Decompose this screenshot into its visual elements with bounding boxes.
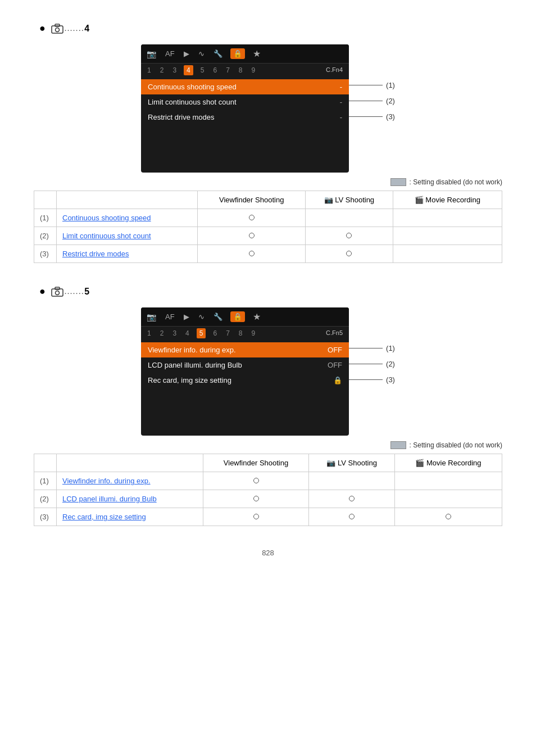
num-9: 9 xyxy=(250,65,257,75)
cfn4-camera-menu: 📷 AF ▶ ∿ 🔧 🔒 ★ 1 2 3 4 5 6 7 8 9 C.Fn4 xyxy=(141,44,349,173)
ann5-num-1: (1) xyxy=(386,344,395,352)
table5-row-3: (3) Rec card, img size setting xyxy=(34,508,502,526)
menu-numbers-row-5: 1 2 3 4 5 6 7 8 9 C.Fn5 xyxy=(141,327,349,340)
bullet-icon-5: ● xyxy=(39,286,46,297)
menu-items-cfn5: Viewfinder info. during exp. OFF LCD pan… xyxy=(141,340,349,436)
row5-2-link[interactable]: LCD panel illumi. during Bulb xyxy=(62,495,157,503)
ann-num-2: (2) xyxy=(386,97,395,105)
tab-play: ▶ xyxy=(183,48,190,60)
menu-item-1: Continuous shooting speed - xyxy=(141,79,349,94)
row1-link[interactable]: Continuous shooting speed xyxy=(62,214,151,222)
movie-icon: 🎬 xyxy=(415,196,424,204)
row3-lv xyxy=(306,245,393,263)
menu5-item-3: Rec card, img size setting 🔒 xyxy=(141,373,349,388)
row5-3-num: (3) xyxy=(34,508,57,526)
row2-label: Limit continuous shot count xyxy=(57,227,198,245)
menu-item-empty1 xyxy=(141,125,349,140)
row2-lv xyxy=(306,227,393,245)
row3-num: (3) xyxy=(34,245,57,263)
th5-num xyxy=(34,454,57,472)
row1-movie xyxy=(393,209,502,227)
table5-row-1: (1) Viewfinder info. during exp. xyxy=(34,472,502,490)
menu-item-empty2 xyxy=(141,140,349,155)
svg-rect-1 xyxy=(55,24,60,26)
section-cfn4: ● ....... 4 📷 AF ▶ ∿ 🔧 🔒 ★ xyxy=(34,22,502,263)
menu-item-3-label: Restrict drive modes xyxy=(148,113,214,121)
row2-link[interactable]: Limit continuous shot count xyxy=(62,232,151,240)
num-cfn4: C.Fn4 xyxy=(324,65,344,75)
num5-9: 9 xyxy=(250,328,257,338)
circle-icon xyxy=(349,514,355,519)
ann5-line-2 xyxy=(349,364,383,364)
row5-3-vf xyxy=(203,508,309,526)
th5-vf: Viewfinder Shooting xyxy=(203,454,309,472)
svg-rect-4 xyxy=(55,287,60,289)
menu-item-2: Limit continuous shot count - xyxy=(141,94,349,110)
tab5-wrench: 🔧 xyxy=(212,311,224,323)
ann5-num-3: (3) xyxy=(386,375,395,384)
th5-lv: 📷 LV Shooting xyxy=(309,454,395,472)
row3-label: Restrict drive modes xyxy=(57,245,198,263)
num-4-active: 4 xyxy=(184,65,193,75)
row5-1-label: Viewfinder info. during exp. xyxy=(57,472,203,490)
svg-point-5 xyxy=(55,291,59,295)
th5-lv-text: LV Shooting xyxy=(338,459,377,467)
row5-1-lv xyxy=(309,472,395,490)
table-row-1: (1) Continuous shooting speed xyxy=(34,209,502,227)
th5-vf-text: Viewfinder Shooting xyxy=(224,459,288,467)
th-lv-text: LV Shooting xyxy=(335,196,374,204)
circle-icon xyxy=(249,215,255,220)
tab5-af: AF xyxy=(164,311,176,323)
num5-7: 7 xyxy=(224,328,231,338)
th5-label xyxy=(57,454,203,472)
row5-1-vf xyxy=(203,472,309,490)
table-row-3: (3) Restrict drive modes xyxy=(34,245,502,263)
th5-movie: 🎬 Movie Recording xyxy=(395,454,502,472)
tab5-custom: ∿ xyxy=(197,311,206,323)
circle-icon xyxy=(249,251,255,256)
row3-link[interactable]: Restrict drive modes xyxy=(62,250,129,258)
row2-num: (2) xyxy=(34,227,57,245)
menu-item-1-value: - xyxy=(340,83,342,91)
circle-icon xyxy=(253,478,259,483)
row5-2-label: LCD panel illumi. during Bulb xyxy=(57,490,203,508)
num-7: 7 xyxy=(224,65,231,75)
row5-1-link[interactable]: Viewfinder info. during exp. xyxy=(62,477,151,485)
table5-row-2: (2) LCD panel illumi. during Bulb xyxy=(34,490,502,508)
row5-3-label: Rec card, img size setting xyxy=(57,508,203,526)
row5-1-movie xyxy=(395,472,502,490)
menu5-item-1-value: OFF xyxy=(328,346,342,354)
menu-item-2-label: Limit continuous shot count xyxy=(148,98,237,106)
page-number: 828 xyxy=(34,549,502,557)
tab-custom: ∿ xyxy=(197,48,206,60)
th-label xyxy=(57,191,198,209)
num-6: 6 xyxy=(211,65,219,75)
row3-vf xyxy=(198,245,306,263)
lv-icon-5: 📷 xyxy=(326,459,335,467)
cfn5-camera-menu: 📷 AF ▶ ∿ 🔧 🔒 ★ 1 2 3 4 5 6 7 8 9 C.Fn5 xyxy=(141,307,349,436)
circle-icon xyxy=(253,496,259,501)
menu-item-empty3 xyxy=(141,155,349,170)
row1-vf xyxy=(198,209,306,227)
tab-af: AF xyxy=(164,48,176,60)
movie-icon-5: 🎬 xyxy=(415,459,424,467)
cfn4-menu-area: 📷 AF ▶ ∿ 🔧 🔒 ★ 1 2 3 4 5 6 7 8 9 C.Fn4 xyxy=(34,44,502,173)
row1-lv xyxy=(306,209,393,227)
tab-lock-active: 🔒 xyxy=(230,48,245,59)
row5-3-link[interactable]: Rec card, img size setting xyxy=(62,513,146,521)
ann-label-1: (1) xyxy=(349,77,395,93)
bullet-icon: ● xyxy=(39,22,46,34)
num5-6: 6 xyxy=(211,328,219,338)
menu5-item-2-label: LCD panel illumi. during Bulb xyxy=(148,361,242,369)
ann5-line-1 xyxy=(349,348,383,348)
num-cfn5: C.Fn5 xyxy=(324,328,344,338)
ann-line-2 xyxy=(349,101,383,101)
circle-icon xyxy=(346,251,352,256)
cfn5-legend: : Setting disabled (do not work) xyxy=(34,441,502,449)
cfn5-annotations: (1) (2) (3) xyxy=(349,307,395,387)
section-header-cfn4: ● ....... 4 xyxy=(39,22,502,34)
legend-text: : Setting disabled (do not work) xyxy=(410,178,502,186)
ann5-label-3: (3) xyxy=(349,372,395,387)
row2-movie xyxy=(393,227,502,245)
ann-num-3: (3) xyxy=(386,112,395,121)
